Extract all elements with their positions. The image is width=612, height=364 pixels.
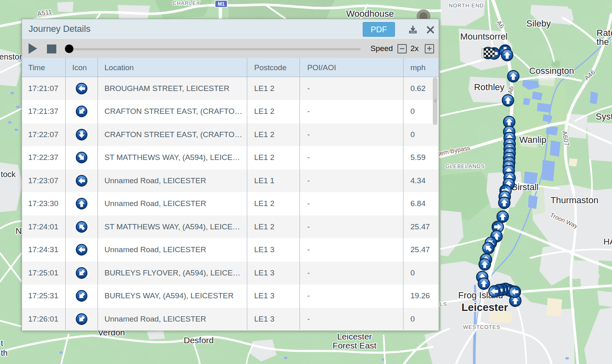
svg-text:Mountsorrel: Mountsorrel: [460, 31, 508, 42]
svg-text:Systo: Systo: [596, 111, 612, 122]
svg-text:enstor: enstor: [0, 52, 22, 61]
svg-text:Forest East: Forest East: [333, 341, 377, 350]
svg-text:CHARLEY: CHARLEY: [173, 0, 200, 6]
svg-text:t: t: [1, 339, 3, 348]
svg-text:NORTH END: NORTH END: [449, 2, 484, 9]
svg-text:Wanlip: Wanlip: [519, 135, 546, 145]
svg-text:WESTCOTES: WESTCOTES: [463, 324, 500, 330]
svg-text:Leicester: Leicester: [461, 301, 508, 313]
svg-text:HA: HA: [603, 237, 612, 246]
svg-text:GLEBELANDS: GLEBELANDS: [446, 163, 485, 169]
svg-text:M1: M1: [218, 1, 225, 7]
svg-text:Leicester: Leicester: [337, 332, 372, 341]
svg-text:Birstall: Birstall: [512, 182, 539, 192]
svg-text:Rothley: Rothley: [474, 82, 505, 92]
svg-text:Cossington: Cossington: [529, 66, 574, 76]
svg-text:tock: tock: [1, 170, 16, 179]
svg-text:Desford: Desford: [184, 335, 214, 345]
svg-text:Woodhouse: Woodhouse: [346, 9, 394, 19]
svg-text:Thurmaston: Thurmaston: [550, 195, 598, 205]
svg-text:N: N: [16, 226, 22, 235]
svg-text:th: th: [1, 348, 8, 357]
svg-text:the W: the W: [596, 37, 612, 47]
svg-text:Sileby: Sileby: [526, 18, 551, 29]
